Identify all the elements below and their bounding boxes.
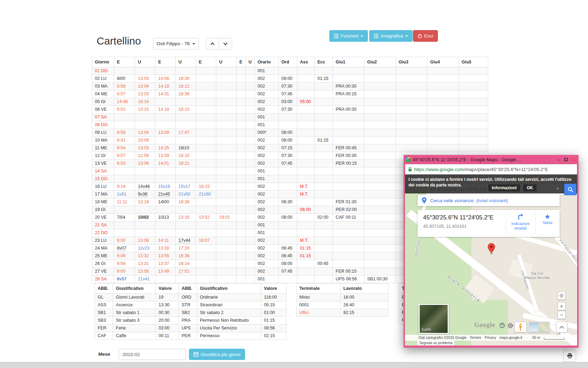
time-cell [237, 90, 246, 98]
close-button[interactable]: × [572, 157, 575, 163]
time-cell [176, 98, 196, 106]
map-thumbnail[interactable] [539, 322, 549, 332]
report-problem-link[interactable]: Segnala un problema [418, 341, 454, 345]
time-cell: 21v41 [135, 275, 155, 283]
privacy-link[interactable]: Privacy [485, 336, 496, 340]
map-canvas[interactable]: Viale Vittoria Via Massari Via Piazza Ve… [405, 175, 577, 346]
timecard-row[interactable]: 11 ME9:0413:0314:2518i1000207:15FER 00:4… [92, 144, 488, 152]
time-cell [216, 152, 237, 160]
map-pin-icon[interactable] [488, 243, 495, 254]
collapse-controls-button[interactable] [556, 322, 567, 333]
address-bar[interactable]: https://www.google.com/maps/place/45°30'… [405, 164, 577, 175]
search-clear-icon[interactable]: × [556, 185, 559, 191]
esci-button[interactable]: Esci [413, 30, 438, 42]
maps-google-link[interactable]: maps.google.it [499, 336, 522, 340]
zoom-out-button[interactable]: − [558, 311, 566, 319]
time-cell [237, 198, 246, 206]
help-button[interactable]: ? [499, 323, 505, 328]
column-header: Ecc [315, 57, 333, 67]
maximize-button[interactable] [564, 158, 568, 161]
giu-cell [459, 90, 488, 98]
giu-cell [364, 237, 396, 245]
directions-fork-icon [517, 213, 524, 220]
ord-cell: 07:30 [279, 106, 297, 114]
cell: UPS [179, 325, 197, 332]
time-cell [216, 183, 237, 191]
giu-cell [427, 83, 459, 90]
directions-button[interactable]: Indicazioni stradali [507, 213, 534, 231]
time-cell [176, 168, 196, 175]
map-search-button[interactable] [564, 184, 576, 195]
ass-cell: 06:00 [297, 206, 315, 214]
time-cell [237, 175, 246, 183]
summary-row: GLGiorni Lavorati19ORDOrdinarie116:00 [95, 294, 287, 301]
timecard-row[interactable]: 02 LU8i0013:0314:0818:3000208:0001:15 [92, 75, 488, 83]
timecard-row[interactable]: 07 SA001 [92, 114, 488, 121]
ass-cell [297, 137, 315, 144]
prev-employee-button[interactable] [206, 38, 219, 49]
column-header: E [237, 57, 246, 67]
timecard-row[interactable]: 06 VE9:0113:1514:1818:1000207:30PRA 00:3… [92, 106, 488, 114]
timecard-row[interactable]: 10 MA8:4118:0900208:0001:15 [92, 137, 488, 144]
summary-row: FERFerie03:00UPSUscita Per Servizio08:56 [95, 325, 287, 332]
minimize-button[interactable]: – [558, 157, 560, 162]
satellite-thumbnail[interactable] [529, 322, 539, 332]
timecard-row[interactable]: 08 DO001 [92, 121, 488, 129]
zoom-in-button[interactable]: + [558, 302, 566, 310]
timecard-row[interactable]: 03 MA8:5813:0414:1818:1200207:30PRA 00:3… [92, 83, 488, 90]
termini-link[interactable]: Termini [470, 336, 481, 340]
time-cell [216, 168, 237, 175]
summary-body: GLGiorni Lavorati19ORDOrdinarie116:00ASS… [95, 294, 287, 340]
search-nearby-bar[interactable]: Cerca nelle vicinanze: (hotel·ristoranti… [418, 195, 560, 206]
funzioni-button[interactable]: Funzioni [329, 30, 368, 42]
time-cell [196, 229, 216, 237]
google-logo: Google [474, 321, 495, 329]
cookie-info-button[interactable]: Informazioni [488, 184, 520, 191]
time-cell [237, 160, 246, 168]
timecard-row[interactable]: 09 LU8:5613:0413:5917:47000*08:00 [92, 129, 488, 137]
time-cell [176, 121, 196, 129]
time-cell [237, 252, 246, 260]
time-cell: 19:01 [216, 214, 237, 222]
pegman-control[interactable] [514, 322, 526, 332]
directions-label: Indicazioni stradali [507, 222, 534, 231]
time-cell [216, 229, 237, 237]
cookie-ok-button[interactable]: OK [523, 184, 537, 191]
print-button[interactable] [563, 350, 576, 362]
save-button[interactable]: ★ Salva [537, 213, 558, 225]
day-cell: 20 VE [92, 214, 114, 222]
map-layer-switcher[interactable] [528, 322, 550, 333]
ass-cell [297, 229, 315, 237]
time-cell [237, 137, 246, 144]
ecc-cell [315, 237, 333, 245]
employee-selector[interactable]: Osti Filippo - 78 [153, 38, 199, 49]
giu-cell [333, 237, 364, 245]
terminale-header-row: TerminaleLavorato [296, 284, 388, 294]
window-titlebar[interactable]: 45°30'25.6"N 11°24'05.2"E - Google Maps … [405, 155, 577, 164]
time-cell: 13:03 [135, 75, 155, 83]
time-cell [176, 275, 196, 283]
orario-cell: 001 [255, 175, 279, 183]
time-cell [196, 114, 216, 121]
time-cell [246, 183, 255, 191]
timecard-row[interactable]: 05 GI14:4818:1400203:0005:00 [92, 98, 488, 106]
anagrafica-button[interactable]: Anagrafica [369, 30, 413, 42]
giustifica-button[interactable]: Giustifica più giorni [189, 349, 245, 360]
next-employee-button[interactable] [219, 38, 232, 49]
ord-cell: 07:30 [279, 152, 297, 160]
terminale-row: Misto16:00 [296, 294, 388, 301]
cell: Assenze [113, 301, 156, 309]
timecard-row[interactable]: 01 DO001 [92, 67, 488, 75]
timecard-row[interactable]: 04 ME8:5713:0314:3118:3600207:45PRA 00:1… [92, 90, 488, 98]
column-header: U [216, 57, 237, 67]
column-header: Terminale [296, 284, 341, 294]
earth-view-toggle[interactable]: Earth [419, 304, 449, 334]
my-location-button[interactable] [558, 292, 566, 300]
time-cell [114, 114, 135, 121]
cell: FER [95, 325, 113, 332]
mese-input[interactable] [119, 349, 186, 360]
settings-gear-icon[interactable] [507, 322, 513, 329]
ecc-cell [315, 268, 333, 275]
column-header: ABB. [95, 284, 113, 294]
time-cell [216, 275, 237, 283]
